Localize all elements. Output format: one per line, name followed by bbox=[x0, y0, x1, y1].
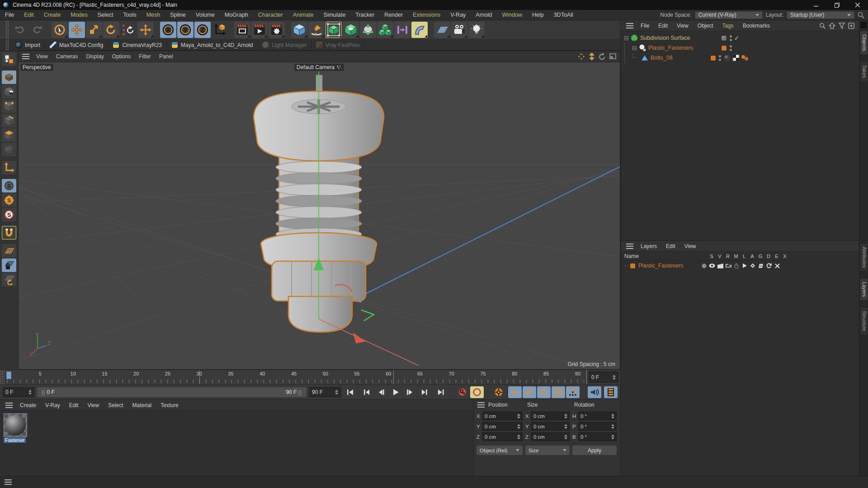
size-input[interactable]: 0 cm bbox=[531, 432, 570, 441]
plugin-button[interactable]: Maya_Arnold_to_C4D_Arnold bbox=[167, 42, 258, 48]
snap-2d-button[interactable]: S bbox=[2, 208, 16, 221]
preview-range-slider[interactable]: || 0 F90 F || bbox=[37, 387, 307, 397]
pan-view-icon[interactable] bbox=[578, 53, 585, 60]
rotation-input[interactable]: 0 ° bbox=[578, 422, 617, 431]
position-input[interactable]: 0 cm bbox=[482, 422, 523, 431]
uvw-tag-icon[interactable] bbox=[732, 54, 740, 61]
close-button[interactable] bbox=[847, 0, 868, 10]
object-manager-menu-item[interactable]: Object bbox=[693, 23, 718, 29]
move-flyout-button[interactable] bbox=[137, 22, 154, 38]
menu-item[interactable]: Extensions bbox=[408, 12, 445, 18]
menu-item[interactable]: Mesh bbox=[142, 12, 165, 18]
scale-tool-button[interactable] bbox=[86, 22, 102, 38]
object-manager-menu-item[interactable]: Edit bbox=[654, 23, 672, 29]
plugin-button[interactable]: MaxToC4D Config bbox=[45, 42, 108, 48]
search-icon[interactable] bbox=[819, 23, 826, 29]
layer-swatch[interactable] bbox=[710, 55, 716, 61]
object-row-plastic-fasteners[interactable]: Plastic_Fasteners bbox=[621, 43, 859, 53]
spline-pen-button[interactable] bbox=[308, 22, 325, 38]
menu-item[interactable]: Render bbox=[379, 12, 408, 18]
goto-start-button[interactable] bbox=[344, 386, 357, 398]
lock-x-axis-button[interactable]: X bbox=[160, 22, 176, 38]
subdivision-surface-button[interactable] bbox=[326, 22, 342, 38]
model-mode-button[interactable] bbox=[2, 70, 16, 84]
render-preview-button[interactable] bbox=[604, 386, 618, 398]
menu-item[interactable]: Spline bbox=[165, 12, 191, 18]
panel-menu-icon[interactable] bbox=[477, 402, 485, 408]
layout-search-icon[interactable] bbox=[858, 12, 864, 19]
restore-button[interactable] bbox=[826, 0, 847, 10]
menu-item[interactable]: Edit bbox=[19, 12, 39, 18]
panel-menu-icon[interactable] bbox=[5, 403, 13, 408]
layer-row-plastic-fasteners[interactable]: Plastic_Fasteners bbox=[621, 261, 859, 271]
menu-item[interactable]: Arnold bbox=[471, 12, 497, 18]
menu-item[interactable]: Select bbox=[93, 12, 118, 18]
record-scale-button[interactable] bbox=[523, 386, 536, 398]
workplane-button[interactable] bbox=[2, 244, 16, 258]
material-menu-item[interactable]: Create bbox=[15, 402, 41, 408]
camera-label[interactable]: Default Camera bbox=[294, 64, 344, 71]
lock-z-axis-button[interactable]: Z bbox=[194, 22, 211, 38]
visibility-dots[interactable] bbox=[729, 35, 732, 41]
end-frame-field[interactable]: 90 F bbox=[309, 387, 341, 397]
viewport-menu-item[interactable]: Filter bbox=[135, 53, 155, 60]
panel-menu-icon[interactable] bbox=[626, 244, 633, 249]
next-key-button[interactable] bbox=[418, 386, 431, 398]
layers-menu-item[interactable]: Layers bbox=[636, 243, 661, 249]
snap-3d-button[interactable]: S bbox=[2, 193, 16, 207]
menu-item[interactable]: Volume bbox=[191, 12, 220, 18]
node-space-select[interactable]: Current (V-Ray) bbox=[695, 11, 763, 19]
texture-mode-button[interactable] bbox=[2, 85, 16, 99]
menu-item[interactable]: Window bbox=[497, 12, 527, 18]
record-rotation-button[interactable] bbox=[537, 386, 551, 398]
menu-item[interactable]: Animate bbox=[288, 12, 319, 18]
material-name[interactable]: Fastener bbox=[4, 437, 26, 443]
spinner[interactable] bbox=[613, 375, 616, 380]
menu-item[interactable]: Tools bbox=[118, 12, 142, 18]
panel-group-icon[interactable] bbox=[861, 22, 867, 28]
panel-menu-icon[interactable] bbox=[22, 54, 29, 59]
floor-button[interactable] bbox=[434, 22, 450, 38]
expressions-toggle[interactable] bbox=[765, 263, 773, 268]
viewport-menu-item[interactable]: Display bbox=[82, 53, 108, 60]
view-toggle[interactable] bbox=[708, 263, 716, 268]
record-keyframe-button[interactable] bbox=[456, 386, 469, 398]
material-menu-item[interactable]: Edit bbox=[65, 402, 83, 408]
material-menu-item[interactable]: View bbox=[83, 402, 104, 408]
menu-item[interactable]: Tracker bbox=[350, 12, 379, 18]
enabled-check-icon[interactable]: ✓ bbox=[734, 35, 741, 42]
render-toggle[interactable] bbox=[716, 263, 724, 268]
minimize-button[interactable] bbox=[806, 0, 826, 10]
layout-select[interactable]: Startup (User) bbox=[787, 11, 854, 19]
prev-frame-button[interactable] bbox=[374, 386, 388, 398]
position-input[interactable]: 0 cm bbox=[482, 432, 523, 441]
coords-mode-select[interactable]: Object (Rel) bbox=[476, 446, 523, 455]
live-selection-button[interactable] bbox=[52, 22, 68, 38]
undo-button[interactable] bbox=[12, 22, 28, 38]
autokeying-button[interactable] bbox=[470, 386, 484, 398]
material-list[interactable]: Fastener bbox=[0, 411, 473, 476]
material-menu-item[interactable]: Select bbox=[104, 402, 127, 408]
object-tree[interactable]: Subdivision Surface ✓ Plastic_Faste bbox=[621, 31, 859, 240]
polygons-mode-button[interactable] bbox=[2, 128, 16, 142]
plugin-button[interactable]: Vray FastPrev bbox=[311, 42, 365, 48]
next-frame-button[interactable] bbox=[403, 386, 417, 398]
xref-toggle[interactable] bbox=[773, 263, 781, 268]
current-frame-marker[interactable] bbox=[6, 371, 11, 379]
keyframe-selection-button[interactable] bbox=[492, 386, 505, 398]
play-button[interactable] bbox=[389, 386, 402, 398]
size-mode-select[interactable]: Size bbox=[525, 446, 570, 455]
filter-icon[interactable] bbox=[839, 23, 845, 29]
expand-toggle[interactable] bbox=[632, 46, 637, 50]
edges-mode-button[interactable] bbox=[2, 114, 16, 127]
expand-toggle[interactable] bbox=[624, 36, 628, 40]
material-menu-item[interactable]: Texture bbox=[156, 402, 183, 408]
add-panel-icon[interactable] bbox=[848, 23, 854, 29]
start-frame-field[interactable]: 0 F bbox=[3, 387, 34, 397]
prev-key-button[interactable] bbox=[360, 386, 373, 398]
size-input[interactable]: 0 cm bbox=[531, 422, 570, 431]
make-editable-button[interactable] bbox=[2, 52, 16, 66]
layers-menu-item[interactable]: View bbox=[680, 243, 701, 249]
toolbar-grip[interactable] bbox=[5, 40, 9, 50]
connector-button[interactable] bbox=[394, 22, 410, 38]
